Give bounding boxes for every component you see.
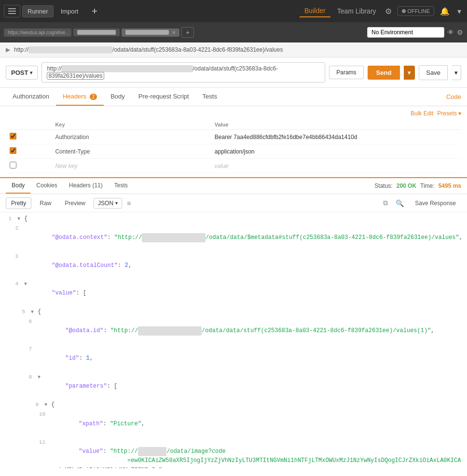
eye-icon[interactable]: 👁: [447, 28, 454, 36]
headers-badge: 2: [90, 94, 97, 100]
url-tabs-bar: https://westus.api.cognitive... ✕ + No E…: [0, 22, 467, 42]
environment-select[interactable]: No Environment: [367, 27, 444, 38]
new-row-checkbox[interactable]: [10, 162, 16, 168]
send-dropdown-btn[interactable]: ▾: [404, 66, 415, 80]
sidebar-toggle-btn[interactable]: [4, 5, 20, 17]
presets-chevron: ▾: [458, 110, 461, 117]
format-label: JSON: [98, 200, 113, 207]
header-row-content-type: Content-Type application/json: [6, 144, 461, 159]
url-tab-1[interactable]: https://westus.api.cognitive...: [4, 28, 71, 37]
response-tabs: Body Cookies Headers (11) Tests Status: …: [0, 177, 467, 194]
svg-rect-0: [8, 8, 16, 9]
headers-controls: Bulk Edit Presets ▾: [6, 110, 461, 117]
copy-icon[interactable]: ⧉: [381, 197, 390, 209]
url-display[interactable]: http://████████████████████████████████/…: [47, 65, 320, 80]
json-line-7: 7 "id": 1,: [0, 345, 467, 373]
json-line-10: 10 "xpath": "Picture",: [0, 410, 467, 438]
breadcrumb-arrow[interactable]: ▶: [6, 46, 10, 53]
json-line-2: 2 "@odata.context": "http://████████████…: [0, 224, 467, 252]
auth-checkbox[interactable]: [10, 133, 16, 140]
request-tabs: Authorization Headers 2 Body Pre-request…: [0, 88, 467, 106]
json-line-3: 3 "@odata.totalCount": 2,: [0, 252, 467, 280]
format-chevron: ▾: [115, 200, 118, 206]
status-value: 200 OK: [397, 182, 416, 189]
builder-tab[interactable]: Builder: [300, 5, 330, 17]
offline-status: OFFLINE: [398, 6, 434, 16]
time-label: Time:: [420, 182, 435, 189]
send-btn[interactable]: Send: [368, 66, 400, 80]
resp-tab-body[interactable]: Body: [6, 178, 30, 194]
json-line-4: 4 ▼ "value": [: [0, 280, 467, 308]
expand-8[interactable]: ▼: [38, 373, 44, 381]
save-dropdown-btn[interactable]: ▾: [452, 65, 461, 80]
tab-close-icon[interactable]: ✕: [172, 30, 176, 35]
method-chevron: ▾: [30, 70, 32, 75]
content-type-value[interactable]: application/json: [211, 144, 461, 159]
bulk-edit-btn[interactable]: Bulk Edit: [411, 110, 433, 117]
resp-tab-headers[interactable]: Headers (11): [63, 178, 109, 194]
headers-section: Bulk Edit Presets ▾ Key Value Authorizat…: [0, 106, 467, 177]
header-row-new: New key value: [6, 159, 461, 173]
content-type-checkbox[interactable]: [10, 147, 16, 154]
code-link[interactable]: Code: [446, 93, 461, 100]
response-toolbar: Pretty Raw Preview JSON ▾ ≡ ⧉ 🔍 Save Res…: [0, 194, 467, 212]
auth-key[interactable]: Authorization: [51, 130, 210, 144]
resp-tab-cookies[interactable]: Cookies: [30, 178, 63, 194]
expand-5[interactable]: ▼: [31, 308, 38, 316]
svg-rect-4: [94, 9, 95, 14]
breadcrumb-url: http://████████████████████/odata/data/s…: [14, 46, 283, 53]
method-select[interactable]: POST ▾: [6, 66, 38, 80]
check-header: [6, 120, 51, 130]
offline-label: OFFLINE: [408, 8, 430, 14]
json-line-6: 6 "@odata.id": "http://█████████████████…: [0, 317, 467, 345]
params-btn[interactable]: Params: [329, 66, 363, 79]
preview-btn[interactable]: Preview: [59, 197, 91, 209]
header-row-auth: Authorization Bearer 7aa4ed886cfdbfb2fe1…: [6, 130, 461, 144]
key-header: Key: [51, 120, 210, 130]
pretty-btn[interactable]: Pretty: [6, 197, 31, 209]
resp-tab-tests[interactable]: Tests: [109, 178, 134, 194]
resp-status: Status: 200 OK Time: 5495 ms: [374, 182, 461, 189]
status-label: Status:: [374, 182, 392, 189]
format-select[interactable]: JSON ▾: [94, 198, 122, 209]
offline-dot: [402, 9, 406, 13]
tab-authorization[interactable]: Authorization: [6, 88, 56, 106]
method-label: POST: [11, 69, 28, 76]
tab-headers[interactable]: Headers 2: [56, 88, 104, 106]
json-line-5: 5 ▼ {: [0, 308, 467, 317]
json-line-11: 11 "value": "http://████████/odata/image…: [0, 438, 467, 468]
json-viewer[interactable]: 1 ▼ { 2 "@odata.context": "http://██████…: [0, 212, 467, 468]
json-line-9: 9 ▼ {: [0, 400, 467, 410]
save-response-btn[interactable]: Save Response: [410, 197, 461, 209]
team-library-tab[interactable]: Team Library: [332, 5, 381, 17]
add-tab-btn[interactable]: +: [181, 27, 194, 38]
chevron-down-icon[interactable]: ▾: [455, 5, 463, 18]
tab-tests[interactable]: Tests: [196, 88, 224, 106]
settings-icon[interactable]: ⚙: [383, 5, 394, 18]
import-btn[interactable]: Import: [55, 5, 84, 17]
expand-1[interactable]: ▼: [17, 214, 24, 223]
save-btn[interactable]: Save: [419, 65, 448, 80]
url-tab-3[interactable]: ✕: [122, 28, 179, 37]
tab-body[interactable]: Body: [104, 88, 132, 106]
svg-rect-1: [8, 11, 16, 12]
raw-btn[interactable]: Raw: [34, 197, 56, 209]
filter-icon[interactable]: ≡: [125, 197, 133, 209]
new-tab-btn[interactable]: [85, 5, 104, 17]
notification-icon[interactable]: 🔔: [438, 5, 452, 18]
presets-btn[interactable]: Presets ▾: [437, 110, 461, 117]
time-value: 5495 ms: [439, 182, 461, 189]
tab-pre-request[interactable]: Pre-request Script: [132, 88, 196, 106]
new-value-field[interactable]: value: [211, 159, 461, 173]
settings-env-icon[interactable]: ⚙: [457, 28, 463, 36]
search-icon[interactable]: 🔍: [394, 197, 406, 209]
auth-value[interactable]: Bearer 7aa4ed886cfdbfb2fe16dbe7e4bb86434…: [211, 130, 461, 144]
new-key-field[interactable]: New key: [51, 159, 210, 173]
expand-4[interactable]: ▼: [24, 280, 31, 288]
request-bar: POST ▾ http://██████████████████████████…: [0, 57, 467, 88]
url-tab-2[interactable]: [73, 28, 120, 36]
top-navigation: Runner Import Builder Team Library ⚙ OFF…: [0, 0, 467, 22]
content-type-key[interactable]: Content-Type: [51, 144, 210, 159]
expand-9[interactable]: ▼: [44, 400, 51, 409]
runner-btn[interactable]: Runner: [22, 5, 54, 17]
